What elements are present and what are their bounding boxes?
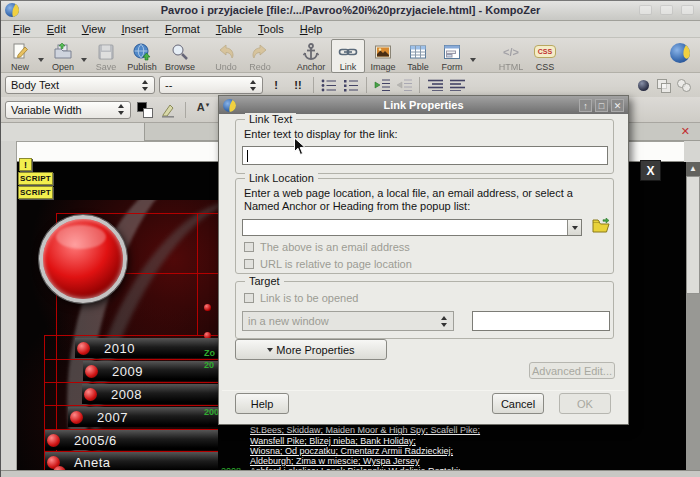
scrollbar-thumb[interactable]: [686, 176, 700, 294]
form-button[interactable]: Form: [435, 39, 469, 73]
scrollbar-track[interactable]: [686, 294, 700, 470]
cancel-button[interactable]: Cancel: [492, 393, 544, 414]
indent-button[interactable]: [373, 76, 391, 94]
new-icon: [4, 41, 36, 62]
kompozer-throbber-icon: [670, 43, 690, 63]
footer-link-row: Wiosna; Od poczatku; Cmentarz Armii Radz…: [234, 446, 686, 456]
menu-table[interactable]: Table: [208, 22, 250, 36]
menu-view[interactable]: View: [74, 22, 114, 36]
checkbox-icon: [244, 293, 254, 303]
dialog-close-button[interactable]: ✕: [611, 99, 624, 112]
footer-links[interactable]: Wansfell Pike; Blizej nieba; Bank Holida…: [250, 436, 416, 446]
new-dropdown-caret-icon[interactable]: [37, 58, 44, 62]
image-button[interactable]: Image: [365, 39, 401, 73]
background-color-swatch[interactable]: [143, 108, 153, 118]
layer-sphere-icon[interactable]: [638, 80, 649, 91]
combobox-dropdown-icon[interactable]: [567, 220, 581, 235]
nav-item-2009[interactable]: 2009: [83, 361, 218, 381]
script-marker-badge[interactable]: SCRIPT: [18, 172, 53, 185]
text-color-picker[interactable]: [137, 102, 153, 118]
choose-file-button[interactable]: [592, 218, 610, 237]
advanced-edit-button: Advanced Edit...: [529, 362, 615, 379]
align-left-button[interactable]: [426, 76, 444, 94]
table-border: [56, 213, 218, 214]
table-border: [197, 213, 198, 335]
font-width-select[interactable]: Variable Width: [5, 101, 131, 119]
paragraph-format-select[interactable]: Body Text: [5, 76, 155, 94]
footer-link-row: Aldeburgh; Zima w miescie; Wyspa Jersey: [234, 456, 686, 466]
red-bullet-icon: [84, 388, 97, 401]
script-marker-badge[interactable]: SCRIPT: [18, 186, 53, 199]
nav-item-2010[interactable]: 2010: [75, 338, 218, 358]
browse-button[interactable]: Browse: [161, 39, 199, 73]
nav-label: Aneta: [74, 455, 110, 470]
class-select[interactable]: --: [159, 76, 263, 94]
green-year-fragment: Zo: [204, 348, 215, 358]
publish-button[interactable]: Publish: [123, 39, 161, 73]
footer-links[interactable]: Aldeburgh; Zima w miescie; Wyspa Jersey: [250, 456, 419, 466]
browse-label: Browse: [162, 62, 198, 72]
nav-item-2005-6[interactable]: 2005/6: [45, 430, 218, 450]
smaller-font-arrow-icon: ▾: [206, 101, 210, 109]
dialog-separator: [222, 390, 625, 391]
scroll-up-arrow-icon[interactable]: ▲: [686, 162, 700, 176]
link-button[interactable]: Link: [331, 39, 365, 73]
menu-file[interactable]: File: [5, 22, 39, 36]
footer-links[interactable]: St.Bees; Skiddaw; Maiden Moor & High Spy…: [250, 425, 480, 435]
app-titlebar[interactable]: Pavroo i przyjaciele [file:/.../Pavroo%2…: [1, 1, 700, 21]
window-controls: [639, 5, 694, 15]
window-title: Pavroo i przyjaciele [file:/.../Pavroo%2…: [1, 4, 700, 16]
red-bullet-icon: [47, 434, 60, 447]
menu-help[interactable]: Help: [292, 22, 331, 36]
vertical-scrollbar[interactable]: ▲: [686, 162, 700, 470]
highlight-color-button[interactable]: [159, 101, 177, 119]
open-dropdown-caret-icon[interactable]: [80, 58, 87, 62]
panel-close-button[interactable]: X: [640, 160, 661, 181]
document-tab[interactable]: [1, 123, 145, 141]
dialog-window-controls: ↑ □ ✕: [579, 99, 628, 112]
bulleted-list-button[interactable]: [342, 76, 360, 94]
align-right-button[interactable]: [448, 76, 466, 94]
nav-label: 2005/6: [74, 433, 117, 448]
menu-insert[interactable]: Insert: [113, 22, 157, 36]
css-button[interactable]: CSS CSS: [528, 39, 562, 73]
format-toolbar: Body Text -- ! !!: [1, 73, 700, 97]
redo-icon: [244, 41, 276, 62]
decrease-font-size-button[interactable]: A▾: [194, 101, 212, 119]
link-location-combobox[interactable]: [242, 219, 582, 236]
emphasis-button[interactable]: !: [267, 76, 285, 94]
send-backward-icon[interactable]: [677, 79, 690, 91]
table-button[interactable]: Table: [401, 39, 435, 73]
nav-item-aneta[interactable]: Aneta: [45, 452, 218, 471]
open-button[interactable]: Open: [46, 39, 80, 73]
target-frame-input[interactable]: [472, 311, 610, 331]
publish-label: Publish: [124, 62, 160, 72]
nav-item-2008[interactable]: 2008: [82, 384, 218, 404]
open-link-checkbox-label: Link is to be opened: [260, 292, 358, 304]
warning-marker-badge[interactable]: !: [19, 158, 32, 171]
menu-format[interactable]: Format: [157, 22, 208, 36]
close-button[interactable]: [681, 5, 694, 15]
strong-emphasis-button[interactable]: !!: [289, 76, 307, 94]
footer-links[interactable]: Wiosna; Od poczatku; Cmentarz Armii Radz…: [250, 446, 453, 456]
numbered-list-button[interactable]: [320, 76, 338, 94]
link-text-label: Enter text to display for the link:: [244, 128, 397, 141]
more-properties-button[interactable]: More Properties: [235, 339, 387, 360]
dialog-rollup-button[interactable]: ↑: [579, 99, 592, 112]
form-dropdown-caret-icon[interactable]: [469, 58, 476, 62]
help-button[interactable]: Help: [235, 393, 289, 414]
maximize-button[interactable]: [660, 5, 673, 15]
anchor-button[interactable]: Anchor: [291, 39, 331, 73]
css-label: CSS: [529, 62, 561, 72]
menu-tools[interactable]: Tools: [250, 22, 292, 36]
tab-close-icon[interactable]: ✕: [681, 125, 690, 138]
ok-label: OK: [577, 398, 593, 410]
menu-edit[interactable]: Edit: [39, 22, 74, 36]
dialog-titlebar[interactable]: Link Properties ↑ □ ✕: [219, 96, 628, 114]
new-button[interactable]: New: [3, 39, 37, 73]
bring-forward-icon[interactable]: [657, 79, 669, 91]
dialog-maximize-button[interactable]: □: [595, 99, 608, 112]
nav-item-2007[interactable]: 2007: [68, 407, 218, 427]
minimize-button[interactable]: [639, 5, 652, 15]
nav-label: 2010: [104, 341, 135, 356]
